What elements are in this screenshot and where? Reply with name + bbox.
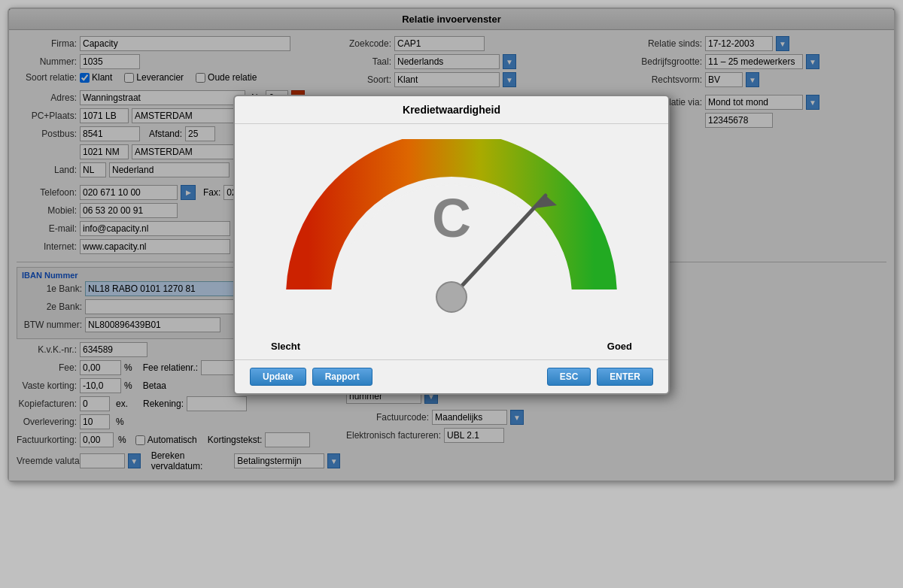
left-btn-group: Update Rapport [250, 368, 372, 386]
dialog-buttons: Update Rapport ESC ENTER [235, 359, 668, 393]
gauge-labels: Slecht Goed [271, 341, 632, 352]
slecht-label: Slecht [271, 341, 300, 352]
goed-label: Goed [607, 341, 632, 352]
gauge-container: C Slecht Goed [235, 124, 668, 359]
esc-button[interactable]: ESC [547, 368, 591, 386]
svg-point-3 [436, 282, 467, 312]
gauge-svg: C [271, 139, 632, 335]
krediet-title: Kredietwaardigheid [235, 96, 668, 124]
enter-button[interactable]: ENTER [597, 368, 653, 386]
dialog-overlay: Kredietwaardigheid [9, 9, 894, 480]
grade-text: C [432, 188, 471, 248]
update-button[interactable]: Update [250, 368, 306, 386]
krediet-dialog: Kredietwaardigheid [233, 95, 670, 395]
right-btn-group: ESC ENTER [547, 368, 653, 386]
rapport-button[interactable]: Rapport [312, 368, 372, 386]
